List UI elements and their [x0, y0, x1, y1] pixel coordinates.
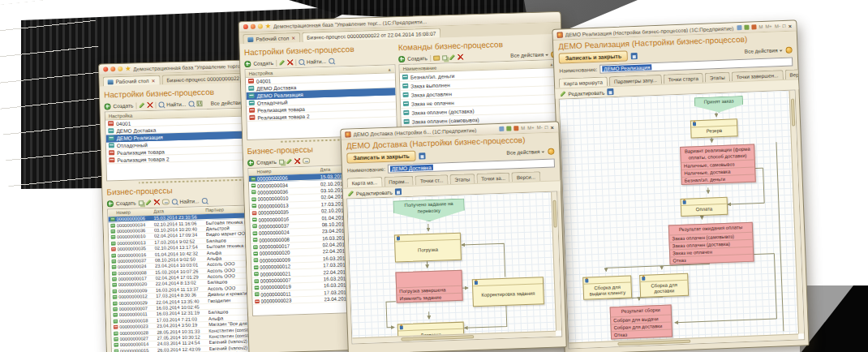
- all-actions-button[interactable]: Все действия: [510, 51, 548, 58]
- all-actions-button[interactable]: Все действия: [506, 148, 544, 156]
- flow-task-reserve[interactable]: Резерв: [690, 118, 738, 138]
- attach-icon[interactable]: [751, 24, 756, 29]
- all-actions-button[interactable]: Все действия: [745, 47, 783, 54]
- change-form-icon[interactable]: [506, 126, 511, 131]
- history-icon[interactable]: [118, 67, 122, 71]
- maximize-icon[interactable]: □: [783, 24, 786, 28]
- maximize-icon[interactable]: □: [545, 125, 548, 130]
- edit-icon[interactable]: [449, 54, 455, 60]
- close-icon[interactable]: ✕: [788, 23, 792, 28]
- scale-minus-button[interactable]: M-: [537, 125, 543, 130]
- find-button[interactable]: Найти...: [307, 58, 326, 65]
- delete-icon[interactable]: [287, 59, 293, 65]
- settings-list[interactable]: Настройка ▲ 04001 ДЕМО Доставка: [105, 108, 251, 182]
- set-interval-icon[interactable]: [161, 199, 169, 204]
- create-button[interactable]: Создать: [256, 159, 277, 165]
- settings-column-header[interactable]: Настройка: [249, 71, 273, 76]
- copy-icon[interactable]: [442, 55, 447, 60]
- copy-icon[interactable]: [138, 200, 143, 205]
- route-map[interactable]: Принят заказ Резерв Вариант реализации (…: [559, 89, 806, 349]
- create-group-icon[interactable]: [433, 55, 440, 60]
- form-tab[interactable]: Парам...: [384, 176, 414, 187]
- edit-icon[interactable]: [145, 200, 151, 205]
- main-menu-icon[interactable]: [243, 24, 248, 29]
- route-map-canvas[interactable]: Получено задание на перевозку Погрузка П…: [347, 192, 556, 338]
- store-settings-icon[interactable]: [737, 25, 741, 30]
- save-close-button[interactable]: Записать и закрыть: [559, 50, 629, 63]
- search-icon[interactable]: [171, 199, 177, 204]
- delete-icon[interactable]: [153, 200, 159, 205]
- save-close-button[interactable]: Записать и закрыть: [346, 151, 416, 164]
- form-tab[interactable]: Точки завершен...: [731, 70, 783, 81]
- search-icon[interactable]: [299, 59, 304, 65]
- find-button[interactable]: Найти...: [179, 198, 199, 204]
- column-number[interactable]: Номер: [256, 167, 320, 174]
- scale-plus-button[interactable]: M+: [527, 125, 535, 130]
- form-tab[interactable]: Верси...: [512, 171, 541, 182]
- favorites-icon[interactable]: [125, 66, 131, 71]
- edit-icon[interactable]: [560, 91, 565, 97]
- flow-task-adjustment[interactable]: Корректировка задания: [472, 277, 544, 307]
- scale-minus-button[interactable]: M-: [775, 24, 780, 28]
- route-map-canvas[interactable]: Принят заказ Резерв Вариант реализации (…: [560, 91, 798, 343]
- flow-start-node[interactable]: Принят заказ: [694, 96, 744, 114]
- edit-icon[interactable]: [139, 102, 144, 108]
- form-tab[interactable]: Карта маршрута: [559, 76, 608, 88]
- save-icon[interactable]: [419, 152, 426, 159]
- delete-icon[interactable]: [294, 158, 300, 164]
- settings-column-header[interactable]: Настройка: [109, 113, 133, 118]
- form-tab[interactable]: Этапы: [705, 72, 730, 83]
- scale-plus-button[interactable]: M+: [765, 24, 772, 29]
- refresh-icon[interactable]: [196, 101, 202, 106]
- favorites-icon[interactable]: [265, 24, 271, 29]
- edit-icon[interactable]: [348, 191, 354, 196]
- route-map[interactable]: Получено задание на перевозку Погрузка П…: [346, 191, 562, 344]
- form-tab[interactable]: Этапы: [449, 174, 475, 184]
- form-tab[interactable]: Карта ма...: [346, 177, 382, 188]
- search-icon[interactable]: [201, 198, 207, 204]
- delete-icon[interactable]: [147, 102, 153, 108]
- form-tab[interactable]: Точки за...: [476, 173, 510, 183]
- form-tab[interactable]: Параметры запу...: [609, 75, 662, 86]
- edit-icon[interactable]: [279, 60, 285, 66]
- attach-icon[interactable]: [513, 126, 518, 131]
- form-tab[interactable]: Точки ст...: [415, 174, 449, 185]
- copy-icon[interactable]: [279, 159, 284, 164]
- flow-start-node[interactable]: Получено задание на перевозку: [393, 199, 465, 223]
- tab-close-icon[interactable]: ✕: [151, 78, 155, 84]
- create-icon[interactable]: [244, 60, 251, 67]
- name-column-header[interactable]: Наименование: [402, 65, 436, 71]
- find-button[interactable]: Найти...: [166, 101, 186, 108]
- close-icon[interactable]: ✕: [550, 124, 554, 130]
- edit-button[interactable]: Редактировать: [568, 89, 604, 97]
- search-icon[interactable]: [188, 101, 194, 106]
- flow-task-assembly-delivery[interactable]: Сборка для доставки: [639, 273, 689, 298]
- flow-task-loading[interactable]: Погрузка: [394, 233, 462, 263]
- main-menu-icon[interactable]: [103, 67, 108, 71]
- create-button[interactable]: Создать: [113, 103, 133, 109]
- scale-button[interactable]: M: [521, 126, 525, 131]
- form-tab[interactable]: Точки старта: [663, 73, 703, 84]
- tab-desktop[interactable]: Рабочий стол ✕: [243, 32, 300, 44]
- create-icon[interactable]: [107, 200, 114, 207]
- tab-desktop[interactable]: Рабочий стол ✕: [103, 75, 161, 87]
- search-icon[interactable]: [329, 58, 334, 64]
- help-icon[interactable]: [785, 46, 792, 53]
- store-settings-icon[interactable]: [499, 127, 504, 131]
- create-button[interactable]: Создать: [407, 55, 428, 62]
- save-icon[interactable]: [607, 88, 613, 95]
- history-icon[interactable]: [258, 24, 263, 28]
- set-interval-icon[interactable]: [303, 158, 310, 164]
- create-button[interactable]: Создать: [253, 60, 273, 67]
- flow-condition-variant[interactable]: Вариант реализации (форма оплаты, способ…: [680, 144, 756, 184]
- create-icon[interactable]: [247, 159, 254, 165]
- delete-icon[interactable]: [458, 54, 463, 60]
- flow-task-assembly-pickup[interactable]: Сборка для выдачи клиенту: [582, 275, 632, 299]
- create-button[interactable]: Создать: [116, 200, 136, 206]
- scale-button[interactable]: M: [758, 24, 763, 29]
- edit-button[interactable]: Редактировать: [356, 189, 393, 196]
- flow-condition-assembly[interactable]: Результат сборки Собран для выдачиСобран…: [610, 305, 672, 339]
- change-form-icon[interactable]: [744, 25, 749, 30]
- tab-close-icon[interactable]: ✕: [291, 35, 295, 41]
- help-icon[interactable]: [548, 148, 554, 154]
